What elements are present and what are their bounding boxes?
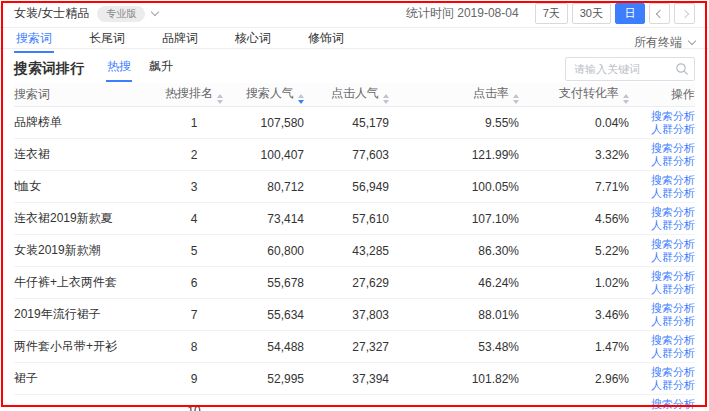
sub-tab-surging[interactable]: 飙升 bbox=[148, 56, 174, 82]
col-header-rank[interactable]: 热搜排名 bbox=[164, 85, 224, 104]
pay-conversion-cell: 1.02% bbox=[519, 276, 629, 290]
col-header-search-popularity[interactable]: 搜索人气 bbox=[224, 85, 304, 104]
search-analysis-link[interactable]: 搜索分析 bbox=[651, 366, 695, 379]
tab-search-word[interactable]: 搜索词 bbox=[14, 28, 54, 53]
click-rate-cell: 100.05% bbox=[389, 180, 519, 194]
table-row: 裙子 9 52,995 37,394 101.82% 2.96% 搜索分析 人群… bbox=[14, 363, 695, 395]
search-popularity-cell: 73,414 bbox=[224, 212, 304, 226]
category-selector[interactable]: 女装/女士精品 专业版 bbox=[14, 5, 158, 22]
keyword-cell: 2019年流行裙子 bbox=[14, 306, 164, 323]
table-row: 品牌榜单 1 107,580 45,179 9.55% 0.04% 搜索分析 人… bbox=[14, 107, 695, 139]
click-rate-cell: 9.55% bbox=[389, 116, 519, 130]
tab-modifier-word[interactable]: 修饰词 bbox=[306, 28, 346, 53]
keyword-cell: 裙子 bbox=[14, 370, 164, 387]
rank-cell: 4 bbox=[164, 212, 224, 226]
search-popularity-cell: 52,995 bbox=[224, 372, 304, 386]
tab-long-tail-word[interactable]: 长尾词 bbox=[87, 28, 127, 53]
actions-cell: 搜索分析 人群分析 bbox=[629, 174, 695, 200]
pay-conversion-cell: 3.32% bbox=[519, 148, 629, 162]
search-analysis-link[interactable]: 搜索分析 bbox=[651, 206, 695, 219]
search-popularity-cell: 100,407 bbox=[224, 148, 304, 162]
search-analysis-link[interactable]: 搜索分析 bbox=[651, 270, 695, 283]
section-title: 搜索词排行 bbox=[14, 60, 84, 78]
col-header-pay-conversion[interactable]: 支付转化率 bbox=[519, 85, 629, 104]
click-popularity-cell: 77,603 bbox=[304, 148, 389, 162]
actions-cell: 搜索分析 人群分析 bbox=[629, 302, 695, 328]
section-header: 搜索词排行 热搜 飙升 bbox=[0, 49, 709, 83]
click-popularity-cell: 27,327 bbox=[304, 340, 389, 354]
actions-cell: 搜索分析 人群分析 bbox=[629, 334, 695, 360]
keyword-cell: 女装2019新款潮 bbox=[14, 242, 164, 259]
crowd-analysis-link[interactable]: 人群分析 bbox=[651, 347, 695, 360]
actions-cell: 搜索分析 人群分析 bbox=[629, 238, 695, 264]
keyword-cell: 连衣裙2019新款夏 bbox=[14, 210, 164, 227]
range-day-button[interactable]: 日 bbox=[615, 3, 645, 24]
chevron-right-icon bbox=[680, 9, 688, 17]
click-popularity-cell: 45,179 bbox=[304, 116, 389, 130]
search-analysis-link[interactable]: 搜索分析 bbox=[651, 142, 695, 155]
next-date-button[interactable] bbox=[674, 3, 695, 24]
pay-conversion-cell: 0.04% bbox=[519, 116, 629, 130]
sort-icon[interactable] bbox=[217, 94, 223, 104]
rank-cell: 8 bbox=[164, 340, 224, 354]
search-popularity-cell: 107,580 bbox=[224, 116, 304, 130]
range-7d-button[interactable]: 7天 bbox=[535, 3, 568, 24]
crowd-analysis-link[interactable]: 人群分析 bbox=[651, 315, 695, 328]
range-30d-button[interactable]: 30天 bbox=[572, 3, 611, 24]
crowd-analysis-link[interactable]: 人群分析 bbox=[651, 187, 695, 200]
table-row: t恤女 3 80,712 56,949 100.05% 7.71% 搜索分析 人… bbox=[14, 171, 695, 203]
crowd-analysis-link[interactable]: 人群分析 bbox=[651, 219, 695, 232]
click-popularity-cell: 43,285 bbox=[304, 244, 389, 258]
tab-core-word[interactable]: 核心词 bbox=[233, 28, 273, 53]
col-header-click-rate[interactable]: 点击率 bbox=[389, 85, 519, 104]
search-popularity-cell: 54,488 bbox=[224, 340, 304, 354]
word-type-tabs: 搜索词 长尾词 品牌词 核心词 修饰词 bbox=[14, 28, 379, 53]
table-row: 连衣裙 2 100,407 77,603 121.99% 3.32% 搜索分析 … bbox=[14, 139, 695, 171]
rank-cell: 1 bbox=[164, 116, 224, 130]
actions-cell: 搜索分析 人群分析 bbox=[629, 110, 695, 136]
search-analysis-link[interactable]: 搜索分析 bbox=[651, 238, 695, 251]
keyword-cell: 牛仔裤+上衣两件套 bbox=[14, 274, 164, 291]
actions-cell: 搜索分析 人群分析 bbox=[629, 366, 695, 392]
crowd-analysis-link[interactable]: 人群分析 bbox=[651, 283, 695, 296]
sub-tab-hot-search[interactable]: 热搜 bbox=[106, 56, 132, 82]
keyword-cell: 品牌榜单 bbox=[14, 114, 164, 131]
table-row: 连衣裙2019新款夏 4 73,414 57,610 107.10% 4.56%… bbox=[14, 203, 695, 235]
crowd-analysis-link[interactable]: 人群分析 bbox=[651, 155, 695, 168]
rank-cell: 6 bbox=[164, 276, 224, 290]
click-popularity-cell: 37,803 bbox=[304, 308, 389, 322]
click-rate-cell: 53.48% bbox=[389, 340, 519, 354]
crowd-analysis-link[interactable]: 人群分析 bbox=[651, 379, 695, 392]
click-rate-cell: 101.82% bbox=[389, 372, 519, 386]
search-analysis-link[interactable]: 搜索分析 bbox=[651, 302, 695, 315]
category-name: 女装/女士精品 bbox=[14, 5, 89, 22]
pro-version-badge: 专业版 bbox=[97, 6, 145, 22]
stat-time-label: 统计时间 2019-08-04 bbox=[406, 5, 519, 22]
click-rate-cell: 107.10% bbox=[389, 212, 519, 226]
rank-cell: 7 bbox=[164, 308, 224, 322]
keyword-cell: 两件套小吊带+开衫 bbox=[14, 338, 164, 355]
word-type-tab-bar: 搜索词 长尾词 品牌词 核心词 修饰词 所有终端 bbox=[0, 28, 709, 49]
pay-conversion-cell: 2.96% bbox=[519, 372, 629, 386]
terminal-filter-dropdown[interactable]: 所有终端 bbox=[634, 28, 695, 51]
keyword-cell: t恤女 bbox=[14, 178, 164, 195]
search-analysis-link[interactable]: 搜索分析 bbox=[651, 334, 695, 347]
crowd-analysis-link[interactable]: 人群分析 bbox=[651, 123, 695, 136]
pay-conversion-cell: 5.22% bbox=[519, 244, 629, 258]
search-popularity-cell: 80,712 bbox=[224, 180, 304, 194]
search-analysis-link[interactable]: 搜索分析 bbox=[651, 174, 695, 187]
click-popularity-cell: 27,629 bbox=[304, 276, 389, 290]
terminal-filter-label: 所有终端 bbox=[634, 34, 682, 51]
crowd-analysis-link[interactable]: 人群分析 bbox=[651, 251, 695, 264]
search-analysis-link[interactable]: 搜索分析 bbox=[651, 398, 695, 411]
col-header-actions: 操作 bbox=[629, 86, 695, 103]
search-analysis-link[interactable]: 搜索分析 bbox=[651, 110, 695, 123]
actions-cell: 搜索分析 人群分析 bbox=[629, 142, 695, 168]
prev-date-button[interactable] bbox=[649, 3, 670, 24]
pay-conversion-cell: 3.46% bbox=[519, 308, 629, 322]
tab-brand-word[interactable]: 品牌词 bbox=[160, 28, 200, 53]
col-header-click-popularity[interactable]: 点击人气 bbox=[304, 85, 389, 104]
click-popularity-cell: 37,394 bbox=[304, 372, 389, 386]
pay-conversion-cell: 7.71% bbox=[519, 180, 629, 194]
table-row: 女装2019新款潮 5 60,800 43,285 86.30% 5.22% 搜… bbox=[14, 235, 695, 267]
